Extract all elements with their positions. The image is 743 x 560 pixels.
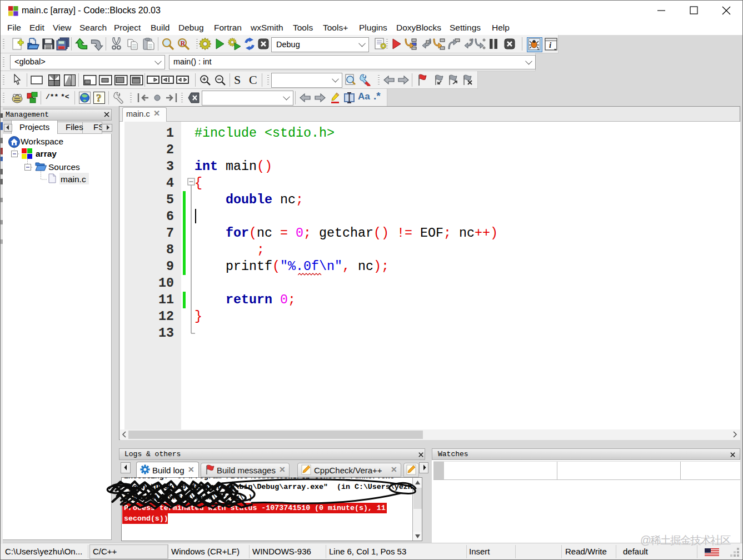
svg-text:R: R: [181, 39, 186, 47]
svg-text:?: ?: [96, 92, 102, 104]
